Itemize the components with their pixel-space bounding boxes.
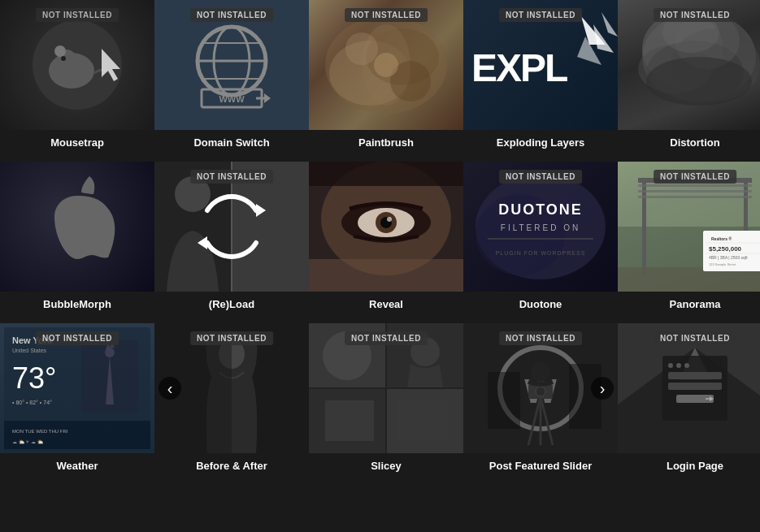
svg-text:WWW: WWW	[219, 94, 245, 104]
plugin-item-reveal[interactable]: Reveal	[309, 162, 463, 323]
next-arrow[interactable]: ›	[591, 377, 614, 400]
domain-switch-icon: WWW	[179, 12, 284, 118]
svg-point-118	[676, 363, 681, 368]
plugin-name-paintbrush: Paintbrush	[358, 136, 414, 149]
reveal-visual	[309, 162, 463, 292]
svg-rect-120	[668, 372, 722, 379]
svg-rect-63	[638, 196, 752, 198]
svg-text:• 80°  • 82°  • 74°: • 80° • 82° • 74°	[12, 400, 52, 405]
svg-rect-82	[4, 421, 150, 449]
not-installed-badge-panorama: NOT INSTALLED	[654, 170, 736, 184]
prev-arrow[interactable]: ‹	[159, 377, 181, 400]
svg-text:FILTERED ON: FILTERED ON	[501, 223, 580, 232]
plugin-item-distortion[interactable]: NOT INSTALLED Distortion	[618, 0, 760, 162]
svg-text:Realtors ®: Realtors ®	[711, 236, 732, 241]
not-installed-badge-mousetrap: NOT INSTALLED	[36, 8, 119, 22]
svg-rect-104	[488, 372, 520, 429]
svg-text:4BR | 3BA | 2500 sqft: 4BR | 3BA | 2500 sqft	[709, 255, 748, 260]
svg-marker-26	[601, 12, 618, 37]
plugin-name-bubblemorph: BubbleMorph	[43, 298, 111, 310]
svg-text:United States: United States	[12, 348, 47, 353]
svg-point-33	[646, 57, 752, 106]
plugin-item-bubblemorph[interactable]: BubbleMorph	[0, 162, 154, 323]
plugin-item-slicey[interactable]: NOT INSTALLED	[309, 323, 463, 485]
svg-point-119	[684, 363, 689, 368]
plugin-name-before-after: Before & After	[196, 460, 267, 472]
plugin-item-weather[interactable]: NOT INSTALLED New York United States	[0, 323, 154, 485]
not-installed-badge-before-after: NOT INSTALLED	[190, 331, 273, 345]
svg-text:DUOTONE: DUOTONE	[498, 201, 583, 218]
plugin-name-reload: (Re)Load	[209, 298, 254, 310]
mousetrap-icon	[24, 12, 130, 118]
plugin-name-domain-switch: Domain Switch	[193, 136, 269, 149]
plugin-item-paintbrush[interactable]: NOT INSTALLED Paintbrush	[309, 0, 463, 162]
not-installed-badge-domain-switch: NOT INSTALLED	[190, 8, 273, 22]
svg-rect-97	[398, 400, 447, 441]
svg-text:☁  ⛅  ☀  ☁  ⛅: ☁ ⛅ ☀ ☁ ⛅	[12, 439, 44, 445]
svg-text:123 Sample Street: 123 Sample Street	[709, 262, 736, 266]
svg-point-3	[54, 45, 66, 57]
not-installed-badge-distortion: NOT INSTALLED	[654, 8, 736, 22]
svg-text:EXPL: EXPL	[471, 46, 567, 89]
plugin-item-panorama[interactable]: NOT INSTALLED	[618, 162, 760, 323]
svg-text:MON  TUE  WED  THU  FRI: MON TUE WED THU FRI	[12, 429, 68, 434]
svg-rect-121	[668, 383, 722, 390]
plugin-item-post-featured-slider[interactable]: NOT INSTALLED W	[463, 323, 618, 485]
plugin-name-post-featured-slider: Post Featured Slider	[489, 460, 592, 472]
plugin-item-reload[interactable]: NOT INSTALLED	[154, 162, 309, 323]
plugin-item-duotone[interactable]: NOT INSTALLED DUOTONE FILTERED ON PLUGIN…	[463, 162, 618, 323]
plugin-name-login-page: Login Page	[667, 460, 723, 472]
plugin-name-exploding-layers: Exploding Layers	[497, 136, 584, 149]
plugin-name-mousetrap: Mousetrap	[50, 136, 104, 149]
svg-rect-48	[309, 162, 463, 186]
plugin-item-login-page[interactable]: NOT INSTALLED	[618, 323, 760, 485]
not-installed-badge-login-page: NOT INSTALLED	[654, 331, 736, 345]
not-installed-badge-slicey: NOT INSTALLED	[345, 331, 428, 345]
svg-point-19	[345, 32, 378, 65]
svg-rect-49	[309, 259, 463, 292]
not-installed-badge-reload: NOT INSTALLED	[190, 170, 273, 184]
svg-point-47	[387, 217, 392, 222]
plugin-name-panorama: Panorama	[670, 298, 721, 310]
plugin-item-mousetrap[interactable]: NOT INSTALLED Mousetrap	[0, 0, 154, 162]
plugin-grid: NOT INSTALLED Mousetrap	[0, 0, 760, 485]
svg-point-111	[531, 362, 550, 382]
not-installed-badge-duotone: NOT INSTALLED	[499, 170, 582, 184]
not-installed-badge-paintbrush: NOT INSTALLED	[345, 8, 428, 22]
plugin-name-slicey: Slicey	[371, 460, 402, 472]
svg-text:PLUGIN FOR WORDPRESS: PLUGIN FOR WORDPRESS	[496, 250, 586, 256]
not-installed-badge-post-featured-slider: NOT INSTALLED	[499, 331, 582, 345]
svg-text:73°: 73°	[12, 361, 56, 395]
svg-marker-14	[264, 93, 271, 103]
svg-rect-62	[638, 190, 752, 192]
plugin-name-distortion: Distortion	[670, 136, 719, 149]
svg-point-21	[374, 53, 398, 77]
not-installed-badge-exploding-layers: NOT INSTALLED	[499, 8, 582, 22]
svg-point-4	[61, 56, 66, 61]
svg-rect-61	[638, 184, 752, 187]
svg-point-110	[536, 387, 545, 396]
not-installed-badge-weather: NOT INSTALLED	[36, 331, 119, 345]
svg-text:$5,250,000: $5,250,000	[709, 245, 742, 253]
plugin-item-exploding-layers[interactable]: NOT INSTALLED EXPL Exploding Layers	[463, 0, 618, 162]
svg-point-117	[668, 363, 673, 368]
plugin-item-before-after[interactable]: NOT INSTALLED	[154, 323, 309, 485]
bubblemorph-icon	[20, 170, 134, 283]
plugin-item-domain-switch[interactable]: NOT INSTALLED WWW Domain Swi	[154, 0, 309, 162]
plugin-name-reveal: Reveal	[369, 298, 403, 310]
plugin-name-weather: Weather	[56, 460, 98, 472]
svg-rect-96	[325, 400, 374, 441]
plugin-name-duotone: Duotone	[519, 298, 562, 310]
